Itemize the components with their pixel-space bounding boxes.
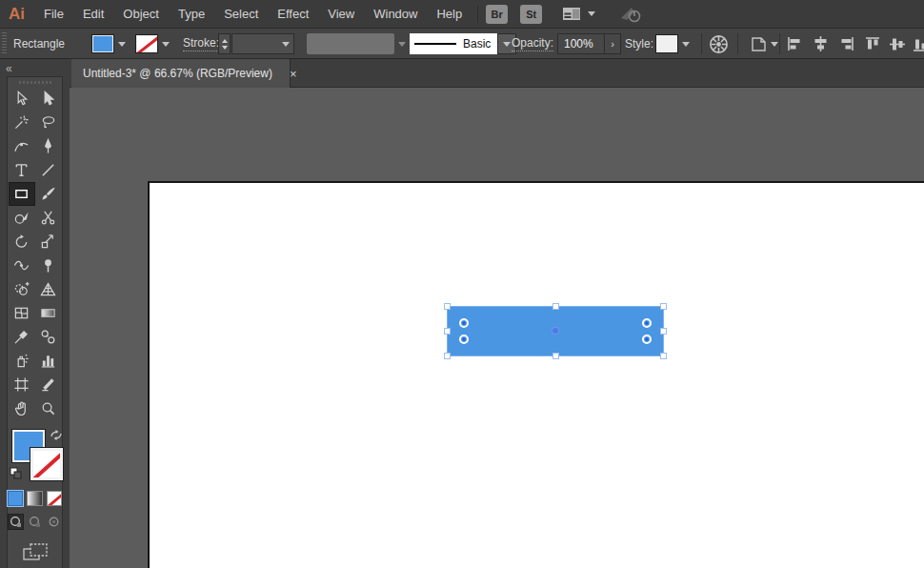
selected-rectangle[interactable] — [448, 307, 663, 355]
swap-fill-stroke-icon[interactable] — [50, 428, 63, 445]
artboard[interactable] — [148, 181, 924, 568]
menu-help[interactable]: Help — [427, 0, 472, 29]
graphic-style-swatch[interactable] — [655, 29, 678, 59]
lasso-tool[interactable] — [35, 111, 62, 134]
paintbrush-tool[interactable] — [35, 182, 62, 206]
blend-tool[interactable] — [35, 325, 62, 349]
draw-normal-button[interactable] — [8, 514, 24, 530]
gradient-tool[interactable] — [35, 301, 62, 325]
none-button[interactable] — [47, 491, 62, 506]
artboard-tool[interactable] — [9, 373, 35, 396]
align-left-button[interactable] — [787, 29, 803, 59]
draw-inside-button[interactable] — [46, 514, 62, 530]
eyedropper-tool[interactable] — [9, 325, 35, 349]
control-bar: Rectangle Stroke: Basic Opa — [0, 29, 924, 59]
corner-radius-widget-top-left[interactable] — [459, 318, 469, 328]
paintbrush-tool-icon — [40, 186, 56, 202]
slice-tool[interactable] — [35, 373, 62, 396]
tools-panel-grip[interactable] — [8, 77, 62, 87]
align-top-button[interactable] — [865, 29, 880, 59]
opacity-panel-link[interactable]: Opacity: — [512, 29, 553, 59]
menu-effect[interactable]: Effect — [268, 0, 318, 29]
selection-handle-top-center[interactable] — [552, 303, 559, 310]
fill-color-chevron-icon[interactable] — [118, 29, 126, 59]
hand-tool[interactable] — [9, 396, 35, 420]
stroke-weight-stepper[interactable] — [218, 29, 231, 59]
draw-behind-button[interactable] — [27, 514, 43, 530]
puppet-warp-tool[interactable] — [35, 254, 62, 277]
shaper-tool[interactable] — [9, 206, 35, 230]
pasteboard[interactable] — [70, 88, 924, 568]
graphic-style-chevron-icon[interactable] — [682, 29, 690, 59]
default-fill-stroke-icon[interactable] — [10, 466, 22, 483]
mesh-tool[interactable] — [9, 301, 35, 325]
type-tool[interactable] — [9, 158, 35, 182]
scissors-tool[interactable] — [35, 206, 62, 230]
control-bar-grip[interactable] — [2, 32, 7, 55]
stroke-color-chevron-icon[interactable] — [162, 29, 170, 59]
workspace-switcher[interactable] — [562, 7, 595, 21]
selection-handle-middle-right[interactable] — [660, 328, 667, 335]
perspective-grid-tool[interactable] — [35, 277, 62, 301]
corner-radius-widget-bottom-right[interactable] — [642, 335, 652, 344]
align-horizontal-center-button[interactable] — [813, 29, 829, 59]
align-vertical-center-button[interactable] — [890, 29, 905, 59]
gradient-button[interactable] — [27, 491, 42, 506]
menu-select[interactable]: Select — [214, 0, 268, 29]
draw-normal-icon — [10, 516, 22, 528]
workspace-layout-icon — [562, 7, 581, 21]
change-screen-mode-button[interactable] — [8, 541, 62, 562]
brush-definition-dropdown[interactable]: Basic — [410, 29, 516, 59]
recolor-artwork-button[interactable] — [709, 29, 729, 59]
corner-radius-widget-top-right[interactable] — [642, 318, 652, 328]
fill-color-swatch[interactable] — [91, 29, 114, 59]
opacity-dropdown-arrow[interactable]: › — [605, 33, 621, 54]
object-center-point[interactable] — [552, 328, 558, 334]
symbol-sprayer-tool[interactable] — [9, 349, 35, 373]
menu-view[interactable]: View — [318, 0, 364, 29]
stroke-weight-dropdown[interactable] — [231, 29, 294, 59]
width-tool[interactable] — [9, 254, 35, 277]
menu-type[interactable]: Type — [169, 0, 214, 29]
pen-tool[interactable] — [35, 134, 62, 158]
menu-object[interactable]: Object — [113, 0, 169, 29]
selection-handle-top-right[interactable] — [660, 303, 667, 310]
line-segment-tool[interactable] — [35, 158, 62, 182]
align-bottom-button[interactable] — [913, 29, 924, 59]
menu-edit[interactable]: Edit — [73, 0, 113, 29]
bridge-button[interactable]: Br — [486, 5, 508, 24]
menu-file[interactable]: File — [34, 0, 73, 29]
drawing-mode-buttons — [8, 514, 62, 530]
align-right-button[interactable] — [838, 29, 854, 59]
column-graph-tool[interactable] — [35, 349, 62, 373]
collapse-panel-icon[interactable]: « — [0, 59, 70, 75]
zoom-tool[interactable] — [35, 396, 62, 420]
corner-radius-widget-bottom-left[interactable] — [459, 335, 469, 344]
selection-handle-top-left[interactable] — [444, 303, 451, 310]
color-button[interactable] — [8, 491, 23, 506]
document-tab[interactable]: Untitled-3* @ 66.67% (RGB/Preview) × — [71, 59, 291, 88]
document-setup-button[interactable] — [749, 29, 778, 59]
selection-handle-bottom-right[interactable] — [660, 353, 667, 359]
magic-wand-tool[interactable] — [9, 111, 35, 134]
rectangle-tool[interactable] — [9, 182, 35, 206]
tab-close-icon[interactable]: × — [282, 67, 305, 81]
illustrator-window: Ai File Edit Object Type Select Effect V… — [0, 0, 924, 568]
rotate-tool[interactable] — [9, 230, 35, 254]
selection-tool[interactable] — [9, 87, 35, 111]
selection-handle-bottom-center[interactable] — [552, 353, 559, 359]
shape-builder-tool[interactable] — [9, 277, 35, 301]
direct-selection-tool[interactable] — [35, 87, 62, 111]
menu-window[interactable]: Window — [364, 0, 427, 29]
stroke-color-swatch[interactable] — [135, 29, 158, 59]
selection-handle-middle-left[interactable] — [444, 328, 451, 335]
stroke-panel-link[interactable]: Stroke: — [183, 29, 219, 59]
curvature-tool[interactable] — [9, 134, 35, 158]
selection-handle-bottom-left[interactable] — [444, 353, 451, 359]
scale-tool[interactable] — [35, 230, 62, 254]
opacity-field[interactable]: 100% › — [557, 29, 621, 59]
stock-button[interactable]: St — [520, 5, 542, 24]
touch-workspace-icon[interactable] — [618, 5, 643, 24]
blend-tool-icon — [40, 329, 56, 345]
stroke-swatch[interactable] — [30, 448, 63, 480]
